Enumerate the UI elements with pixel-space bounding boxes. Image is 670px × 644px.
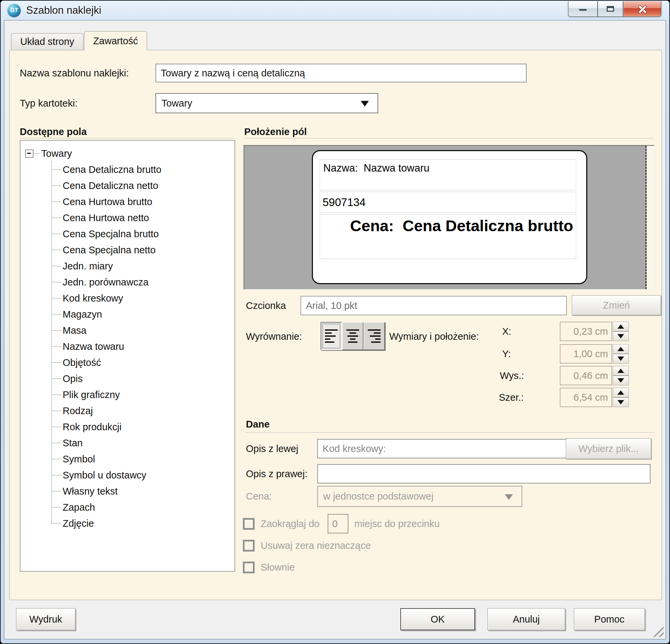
tree-connector [51,314,61,314]
align-left-button[interactable] [321,322,342,350]
preview-field-barcode[interactable]: 5907134 [320,192,576,213]
tree-item[interactable]: Jedn. miary [21,258,234,274]
chevron-down-icon [361,101,369,107]
tree-item[interactable]: Cena Detaliczna brutto [21,161,234,178]
font-field[interactable]: Arial, 10 pkt [300,296,567,315]
print-button[interactable]: Wydruk [16,608,75,630]
change-font-button: Zmień [572,295,661,315]
tree-root-towary[interactable]: Towary [21,145,234,161]
label-preview-page: Nazwa: Nazwa towaru 5907134 Cena: Cena D… [244,146,646,289]
y-down-button[interactable] [613,354,629,364]
tree-item[interactable]: Rodzaj [21,403,234,419]
tree-item[interactable]: Stan [21,435,234,451]
height-up-button[interactable] [613,366,629,376]
maximize-button[interactable] [598,1,623,17]
align-center-icon [346,328,359,345]
available-fields-header: Dostępne pola [20,126,87,137]
tree-item-label: Magazyn [63,309,102,320]
tree-connector [51,266,61,266]
tree-connector [51,427,61,427]
resize-grip-icon[interactable] [651,624,664,637]
preview-field-cena[interactable]: Cena: Cena Detaliczna brutto [320,214,576,259]
tree-item-label: Cena Specjalna netto [63,245,156,256]
minimize-button[interactable] [568,1,598,17]
tree-item-label: Symbol [63,454,95,465]
left-description-input[interactable]: Kod kreskowy: [317,439,568,458]
height-down-button[interactable] [613,376,629,385]
arrow-up-icon [617,368,624,373]
data-section-header: Dane [246,419,270,430]
preview-field-nazwa[interactable]: Nazwa: Nazwa towaru [320,159,576,190]
y-up-button[interactable] [613,344,629,354]
tree-item[interactable]: Symbol [21,451,234,467]
round-places-field: 0 [327,514,348,534]
right-description-input[interactable] [317,464,651,483]
price-unit-value: w jednostce podstawowej [323,491,433,502]
tree-connector [51,298,61,298]
ok-button[interactable]: OK [400,608,475,630]
tree-item[interactable]: Cena Hurtowa brutto [21,194,234,210]
tree-item[interactable]: Zdjęcie [21,515,234,532]
tree-item-label: Nazwa towaru [63,341,124,352]
window: GT Szablon naklejki Układ strony Zawarto… [0,0,670,644]
tree-item[interactable]: Cena Specjalna netto [21,242,234,258]
price-label: Cena: [246,486,272,507]
width-label: Szer.: [499,388,524,407]
tree-connector [51,362,61,363]
x-label: X: [502,322,511,341]
arrow-down-icon [617,400,624,404]
tree-item[interactable]: Objętość [21,354,234,371]
minimize-icon [579,9,587,11]
tree-item[interactable]: Rok produkcji [21,419,234,435]
tree-item-label: Rok produkcji [63,421,122,432]
tree-item[interactable]: Symbol u dostawcy [21,467,234,483]
tree-connector [34,153,39,154]
font-label: Czcionka [246,296,286,315]
tree-item[interactable]: Cena Hurtowa netto [21,210,234,226]
height-field[interactable]: 0,46 cm [560,366,612,385]
tree-connector [51,233,61,234]
tree-item[interactable]: Cena Specjalna brutto [21,226,234,242]
tree-item[interactable]: Kod kreskowy [21,290,234,306]
template-name-input[interactable]: Towary z nazwą i ceną detaliczną [156,64,527,82]
tree-item[interactable]: Magazyn [21,306,234,322]
width-up-button[interactable] [613,388,629,398]
round-checkbox [243,518,255,530]
tree-item[interactable]: Cena Detaliczna netto [21,178,234,194]
tree-item[interactable]: Masa [21,322,234,338]
collapse-minus-icon[interactable] [25,149,34,158]
tree-connector [51,411,61,411]
tree-connector [51,523,61,524]
arrow-up-icon [617,347,624,351]
round-suffix-label: miejsc do przecinku [354,518,440,529]
in-words-checkbox [243,562,255,573]
width-down-button[interactable] [613,398,629,407]
tree-connector [51,475,61,475]
tree-item[interactable]: Plik graficzny [21,387,234,403]
align-center-button[interactable] [342,322,363,350]
right-description-label: Opis z prawej: [246,464,308,483]
cancel-button[interactable]: Anuluj [487,608,565,630]
tab-zawartosc[interactable]: Zawartość [84,31,147,50]
card-type-combobox[interactable]: Towary [156,93,378,113]
y-field[interactable]: 1,00 cm [560,344,612,364]
help-button[interactable]: Pomoc [574,608,645,630]
tree-item-label: Stan [63,438,83,449]
tab-uklad-strony[interactable]: Układ strony [11,33,83,50]
close-button[interactable] [623,1,661,17]
chevron-down-icon [505,494,513,500]
tree-item[interactable]: Jedn. porównawcza [21,274,234,290]
tree-item-label: Symbol u dostawcy [63,470,146,481]
x-field[interactable]: 0,23 cm [560,322,612,341]
tree-item-label: Własny tekst [63,486,118,497]
tree-item[interactable]: Nazwa towaru [21,338,234,354]
in-words-label: Słownie [260,562,295,573]
x-up-button[interactable] [613,322,629,331]
tree-item[interactable]: Zapach [21,499,234,515]
x-down-button[interactable] [613,331,629,341]
align-right-button[interactable] [363,322,385,350]
tree-item[interactable]: Własny tekst [21,483,234,499]
width-field[interactable]: 6,54 cm [560,388,612,407]
label-preview-card: Nazwa: Nazwa towaru 5907134 Cena: Cena D… [312,150,587,284]
tree-item[interactable]: Opis [21,371,234,387]
